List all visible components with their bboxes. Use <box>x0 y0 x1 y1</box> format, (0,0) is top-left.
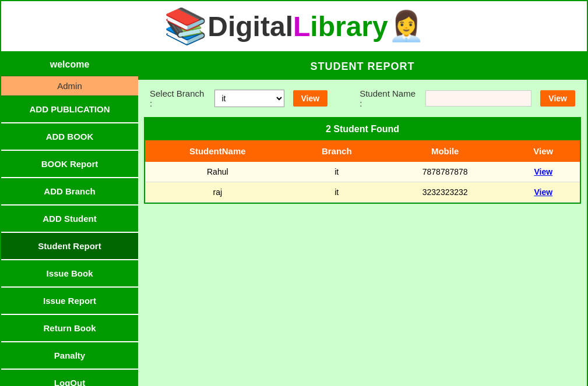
cell-student-name: raj <box>145 182 290 203</box>
student-name-input[interactable] <box>425 90 531 107</box>
branch-select[interactable]: it cs ec me <box>214 90 284 107</box>
header: 📚 DigitalLibrary 👩‍💼 <box>0 0 588 52</box>
sidebar-item-add-publication[interactable]: ADD PUBLICATION <box>1 96 138 123</box>
content-title: STUDENT REPORT <box>138 54 587 80</box>
row-view-link[interactable]: View <box>534 187 552 197</box>
sidebar-admin: Admin <box>1 76 138 96</box>
reader-icon: 👩‍💼 <box>388 9 424 43</box>
col-view: View <box>507 140 580 162</box>
sidebar-item-logout[interactable]: LogOut <box>1 370 138 386</box>
logo-text: DigitalLibrary <box>207 10 388 43</box>
branch-view-button[interactable]: View <box>293 90 328 107</box>
sidebar-item-add-branch[interactable]: ADD Branch <box>1 178 138 206</box>
logo-container: 📚 DigitalLibrary 👩‍💼 <box>164 9 424 44</box>
sidebar-item-book-report[interactable]: BOOK Report <box>1 151 138 178</box>
sidebar: welcome Admin ADD PUBLICATION ADD BOOK B… <box>1 54 138 386</box>
cell-view[interactable]: View <box>507 182 580 203</box>
cell-mobile: 7878787878 <box>383 162 507 182</box>
sidebar-item-issue-book[interactable]: Issue Book <box>1 260 138 288</box>
sidebar-item-return-book[interactable]: Return Book <box>1 315 138 342</box>
logo-digital: Digital <box>207 11 293 42</box>
cell-branch: it <box>290 182 383 203</box>
sidebar-item-student-report[interactable]: Student Report <box>1 233 138 260</box>
cell-view[interactable]: View <box>507 162 580 182</box>
student-table: StudentName Branch Mobile View Rahul it … <box>145 140 580 203</box>
found-header: 2 Student Found <box>145 118 580 140</box>
sidebar-item-panalty[interactable]: Panalty <box>1 342 138 370</box>
sidebar-welcome: welcome <box>1 54 138 76</box>
table-container: 2 Student Found StudentName Branch Mobil… <box>144 117 581 204</box>
table-row: Rahul it 7878787878 View <box>145 162 580 182</box>
main-container: welcome Admin ADD PUBLICATION ADD BOOK B… <box>0 52 588 386</box>
row-view-link[interactable]: View <box>534 167 552 176</box>
filter-row: Select Branch : it cs ec me View Student… <box>138 80 587 117</box>
cell-student-name: Rahul <box>145 162 290 182</box>
select-branch-label: Select Branch : <box>150 88 206 108</box>
cell-mobile: 3232323232 <box>383 182 507 203</box>
col-branch: Branch <box>290 140 383 162</box>
col-student-name: StudentName <box>145 140 290 162</box>
sidebar-item-add-book[interactable]: ADD BOOK <box>1 123 138 151</box>
student-view-button[interactable]: View <box>540 90 575 107</box>
content-area: STUDENT REPORT Select Branch : it cs ec … <box>138 54 587 386</box>
logo-L: L <box>293 11 310 42</box>
sidebar-item-issue-report[interactable]: Issue Report <box>1 288 138 315</box>
books-icon: 📚 <box>164 9 207 44</box>
table-row: raj it 3232323232 View <box>145 182 580 203</box>
student-name-label: Student Name : <box>360 88 417 108</box>
col-mobile: Mobile <box>383 140 507 162</box>
logo-ibrary: ibrary <box>310 11 388 42</box>
table-header-row: StudentName Branch Mobile View <box>145 140 580 162</box>
cell-branch: it <box>290 162 383 182</box>
sidebar-item-add-student[interactable]: ADD Student <box>1 206 138 233</box>
